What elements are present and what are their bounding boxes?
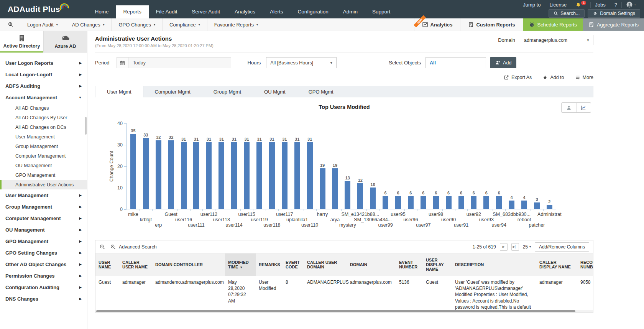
jobs-link[interactable]: Jobs (591, 2, 610, 8)
sidebar-item-adfs-auditing[interactable]: ADFS Auditing▶ (0, 80, 87, 92)
bar[interactable] (332, 168, 338, 209)
nav-tab-analytics[interactable]: Analytics (227, 5, 263, 18)
nav-tab-configuration[interactable]: Configuration (290, 5, 335, 18)
nav-tab-home[interactable]: Home (88, 5, 116, 18)
column-header-event-number[interactable]: EVENT NUMBER (396, 253, 423, 276)
sidebar-item-computer-management[interactable]: Computer Management▶ (0, 212, 87, 224)
column-header-event-code[interactable]: EVENT CODE (283, 253, 304, 276)
bar[interactable] (168, 140, 174, 209)
aggregate-reports-button[interactable]: Aggregate Reports (583, 18, 644, 31)
sidebar-item-user-management[interactable]: User Management▶ (0, 189, 87, 201)
column-header-caller-user-name[interactable]: CALLER USER NAME (119, 253, 152, 276)
tab-gpo-mgmt[interactable]: GPO Mgmt (297, 86, 345, 97)
license-link[interactable]: License (545, 2, 571, 8)
sidebar-item-gpo-management[interactable]: GPO Management▶ (0, 235, 87, 247)
sidebar-item-user-management[interactable]: User Management (0, 132, 87, 141)
sidebar-item-other-ad-object-changes[interactable]: Other AD Object Changes▶ (0, 258, 87, 270)
calendar-button[interactable] (117, 57, 128, 68)
sidebar-item-administrative-user-actions[interactable]: Administrative User Actions (0, 180, 87, 189)
page-size-select[interactable]: 25▾ (523, 244, 531, 250)
column-header-record-number[interactable]: RECORD NUMBER (577, 253, 593, 276)
tab-ou-mgmt[interactable]: OU Mgmt (253, 86, 297, 97)
user-view-toggle[interactable] (562, 103, 576, 112)
nav-tab-file-audit[interactable]: File Audit (149, 5, 185, 18)
bar[interactable] (307, 142, 313, 209)
domain-settings-button[interactable]: Domain Settings (588, 9, 640, 18)
tab-group-mgmt[interactable]: Group Mgmt (202, 86, 253, 97)
sidebar-item-configuration-auditing[interactable]: Configuration Auditing▶ (0, 281, 87, 293)
bar[interactable] (282, 142, 288, 209)
column-header-caller-user-domain[interactable]: CALLER USER DOMAIN (304, 253, 347, 276)
quick-search-icon[interactable] (99, 244, 105, 250)
bar[interactable] (395, 196, 401, 209)
column-header-remarks[interactable]: REMARKS (256, 253, 283, 276)
menu-gpo-changes[interactable]: GPO Changes▾ (111, 18, 162, 31)
select-objects-input[interactable]: All (426, 57, 486, 68)
bar[interactable] (269, 142, 275, 209)
column-header-user-display-name[interactable]: USER DISPLAY NAME (423, 253, 452, 276)
bar[interactable] (547, 205, 552, 209)
nav-tab-server-audit[interactable]: Server Audit (184, 5, 227, 18)
sidebar-item-all-ad-changes-on-dcs[interactable]: All AD Changes on DCs (0, 122, 87, 132)
bar[interactable] (458, 196, 464, 209)
bar[interactable] (509, 201, 514, 209)
sidebar-item-permission-changes[interactable]: Permission Changes▶ (0, 270, 87, 281)
sidebar-item-group-management[interactable]: Group Management (0, 141, 87, 151)
chart-view-toggle[interactable] (576, 103, 591, 112)
menu-logon-audit[interactable]: Logon Audit▾ (20, 18, 65, 31)
bar[interactable] (320, 168, 325, 209)
bar[interactable] (345, 181, 350, 209)
column-header-domain-controller[interactable]: DOMAIN CONTROLLER (152, 253, 225, 276)
bar[interactable] (130, 134, 136, 209)
bar[interactable] (294, 142, 300, 209)
advanced-search-button[interactable]: Advanced Search (110, 244, 157, 250)
tab-computer-mgmt[interactable]: Computer Mgmt (143, 86, 202, 97)
more-actions-button[interactable]: More (575, 74, 593, 81)
add-to-favourites-button[interactable]: Add to (542, 74, 564, 81)
bar[interactable] (483, 196, 489, 209)
menu-ad-changes[interactable]: AD Changes▾ (65, 18, 112, 31)
last-page-button[interactable]: ▶▏ (511, 243, 519, 251)
sidebar-item-all-ad-changes-by-user[interactable]: All AD Changes By User (0, 113, 87, 122)
bar[interactable] (156, 140, 161, 209)
sidebar-item-local-logon-logoff[interactable]: Local Logon-Logoff▶ (0, 69, 87, 80)
bar[interactable] (370, 188, 376, 209)
nav-tab-alerts[interactable]: Alerts (263, 5, 291, 18)
nav-tab-admin[interactable]: Admin (336, 5, 365, 18)
sidebar-item-dns-changes[interactable]: DNS Changes▶ (0, 293, 87, 304)
column-header-modified-time[interactable]: MODIFIED TIME▼ (225, 253, 256, 276)
bar[interactable] (496, 196, 502, 209)
bar[interactable] (446, 196, 452, 209)
add-remove-columns-button[interactable]: Add/Remove Columns (535, 242, 589, 252)
bar[interactable] (219, 142, 224, 209)
table-row[interactable]: Guestadmanageradmandemo.admanagerplus.co… (95, 276, 593, 313)
bar[interactable] (193, 142, 199, 209)
bar[interactable] (471, 196, 476, 209)
column-header-domain[interactable]: DOMAIN (347, 253, 396, 276)
help-button[interactable]: ? (610, 2, 622, 8)
sidebar-tab-active-directory[interactable]: Active Directory (0, 31, 43, 53)
bar[interactable] (421, 196, 426, 209)
bar[interactable] (521, 201, 527, 209)
bar[interactable] (433, 196, 439, 209)
jump-to-link[interactable]: Jump to (519, 2, 545, 8)
sidebar-item-all-ad-changes[interactable]: All AD Changes (0, 103, 87, 113)
report-search-button[interactable] (0, 18, 20, 31)
sidebar-item-gpo-management[interactable]: GPO Management (0, 170, 87, 180)
scrollbar-thumb[interactable] (96, 310, 575, 312)
menu-favourite-reports[interactable]: Favourite Reports▾ (207, 18, 265, 31)
bar[interactable] (408, 196, 414, 209)
sidebar-tab-azure-ad[interactable]: Azure AD (43, 31, 87, 53)
bar[interactable] (206, 142, 212, 209)
bar[interactable] (244, 142, 250, 209)
period-input[interactable]: Today (128, 57, 231, 68)
notifications-button[interactable]: 3 (571, 2, 591, 8)
custom-reports-button[interactable]: Custom Reports (460, 18, 522, 31)
sidebar-item-ou-management[interactable]: OU Management▶ (0, 224, 87, 235)
next-page-button[interactable]: ▶ (500, 243, 508, 251)
domain-select[interactable]: admanagerplus.com ▼ (520, 35, 593, 45)
export-as-button[interactable]: Export As (504, 74, 532, 81)
sidebar-item-user-logon-reports[interactable]: User Logon Reports▶ (0, 57, 87, 69)
tab-user-mgmt[interactable]: User Mgmt (95, 86, 143, 97)
bar[interactable] (181, 142, 187, 209)
